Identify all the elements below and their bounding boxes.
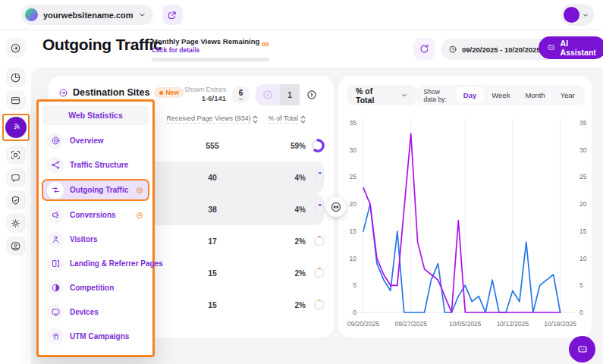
overview-icon — [51, 136, 61, 146]
badge-dot-icon — [159, 91, 163, 95]
received-views-cell: 17 — [208, 237, 217, 246]
svg-text:15: 15 — [579, 228, 587, 235]
conversions-icon — [51, 210, 61, 220]
rail-item-goals[interactable] — [6, 145, 26, 165]
menu-item-overview[interactable]: Overview — [43, 130, 148, 151]
expand-sidebar-button[interactable] — [6, 38, 26, 58]
previous-page-button[interactable] — [256, 84, 280, 105]
site-selector[interactable]: yourwebsitename.com — [21, 5, 153, 25]
rail-icon-group — [2, 67, 30, 256]
received-views-cell: 15 — [208, 300, 217, 309]
sort-icon — [300, 115, 306, 124]
shown-entries: Shown Entries 1-6/141 — [184, 86, 226, 103]
quota-block: Monthly Page Views Remaining Click for d… — [152, 37, 275, 61]
received-views-cell: 38 — [208, 205, 217, 214]
page-header: Outgoing Traffic Monthly Page Views Rema… — [31, 31, 603, 67]
shown-entries-label: Shown Entries — [184, 86, 226, 94]
svg-text:35: 35 — [579, 119, 587, 127]
focus-target-icon — [10, 149, 21, 161]
refresh-button[interactable] — [413, 38, 435, 60]
page-title: Outgoing Traffic — [42, 36, 162, 54]
rail-item-security[interactable] — [6, 190, 26, 210]
menu-header: Web Statistics — [42, 105, 149, 125]
percent-cell: 2% — [295, 269, 306, 278]
show-data-by-label: Show data by: — [419, 88, 456, 103]
top-bar: yourwebsitename.com — [0, 0, 603, 30]
sort-icon — [253, 115, 258, 124]
column-percent-of-total[interactable]: % of Total — [259, 115, 306, 124]
percent-cell: 2% — [295, 237, 306, 246]
icon-rail — [0, 31, 31, 364]
svg-text:10/19/2025: 10/19/2025 — [544, 320, 576, 328]
menu-item-traffic-structure[interactable]: Traffic Structure — [43, 155, 148, 175]
traffic-chart-panel: % of Total Show data by: Day Week Month … — [338, 76, 592, 337]
traffic-structure-icon — [51, 160, 61, 170]
period-week[interactable]: Week — [484, 87, 517, 103]
support-chat-button[interactable] — [569, 336, 595, 362]
web-statistics-icon — [10, 122, 21, 133]
outgoing-traffic-icon — [51, 185, 61, 195]
menu-item-landing-referrer-pages[interactable]: Landing & Referrer Pages — [43, 253, 148, 274]
table-title: Destination Sites — [73, 87, 149, 98]
traffic-line-chart[interactable]: 005510101515202025253030353509/20/202509… — [343, 111, 587, 332]
refresh-icon — [419, 43, 430, 55]
page-size-selector[interactable]: 6 — [232, 86, 250, 103]
chat-bubble-icon — [576, 344, 589, 356]
rail-item-settings[interactable] — [6, 213, 26, 233]
destination-sites-icon — [58, 88, 68, 98]
resize-arrows-icon — [330, 201, 342, 213]
open-site-button[interactable] — [162, 5, 183, 25]
percent-donut-icon — [310, 138, 325, 153]
rail-item-products[interactable] — [6, 90, 26, 110]
period-day[interactable]: Day — [456, 87, 484, 103]
menu-item-outgoing-traffic[interactable]: Outgoing Traffic — [42, 179, 149, 201]
next-page-button[interactable] — [300, 84, 324, 105]
account-icon — [10, 240, 21, 252]
arrow-left-circle-icon — [262, 89, 274, 101]
rail-item-analytics[interactable] — [6, 67, 26, 87]
metric-selector[interactable]: % of Total — [347, 85, 416, 105]
date-range-value: 09/20/2025 - 10/20/2025 — [462, 46, 541, 54]
menu-item-utm-campaigns[interactable]: UTM Campaigns — [43, 326, 148, 347]
panel-resize-handle[interactable] — [326, 197, 346, 217]
svg-text:10/05/2025: 10/05/2025 — [449, 320, 482, 328]
rail-highlight-ring — [2, 114, 30, 141]
pie-chart-icon — [10, 72, 21, 83]
svg-text:30: 30 — [579, 146, 587, 154]
ai-assistant-button[interactable]: AI Assistant — [539, 36, 603, 59]
panel-expand-icon — [10, 42, 21, 54]
menu-item-competition[interactable]: Competition — [43, 278, 148, 298]
percent-cell: 59% — [291, 142, 306, 150]
svg-text:0: 0 — [353, 309, 356, 316]
quota-details-link[interactable]: Click for details — [152, 46, 275, 54]
site-logo-icon — [25, 8, 38, 21]
period-year[interactable]: Year — [553, 87, 583, 103]
menu-item-visitors[interactable]: Visitors — [43, 229, 148, 249]
menu-item-devices[interactable]: Devices — [43, 302, 148, 322]
percent-donut-icon — [313, 171, 325, 184]
svg-text:10: 10 — [579, 255, 587, 262]
user-menu[interactable] — [561, 4, 594, 26]
web-statistics-menu: Web Statistics Overview Traffic Structur… — [36, 99, 155, 357]
shield-check-icon — [10, 195, 21, 206]
received-views-cell: 15 — [208, 268, 217, 278]
site-name: yourwebsitename.com — [43, 11, 133, 20]
rail-item-web-statistics[interactable] — [5, 117, 27, 138]
current-page[interactable]: 1 — [280, 84, 300, 105]
period-month[interactable]: Month — [517, 87, 552, 103]
metric-value: % of Total — [356, 86, 389, 105]
rail-item-account[interactable] — [6, 236, 26, 256]
arrow-right-circle-icon — [306, 89, 318, 101]
menu-item-conversions[interactable]: Conversions — [43, 205, 148, 225]
percent-cell: 4% — [295, 206, 306, 214]
chevron-down-icon — [238, 97, 243, 102]
svg-text:09/27/2025: 09/27/2025 — [394, 320, 427, 328]
shown-entries-value: 1-6/141 — [184, 94, 226, 103]
rail-item-messages[interactable] — [6, 168, 26, 187]
svg-text:25: 25 — [579, 173, 587, 180]
pagination: 1 — [256, 84, 324, 105]
svg-text:5: 5 — [579, 281, 583, 289]
external-link-icon — [167, 10, 177, 20]
chevron-down-icon — [583, 12, 589, 18]
column-received-page-views[interactable]: Received Page Views (934) — [166, 115, 259, 124]
